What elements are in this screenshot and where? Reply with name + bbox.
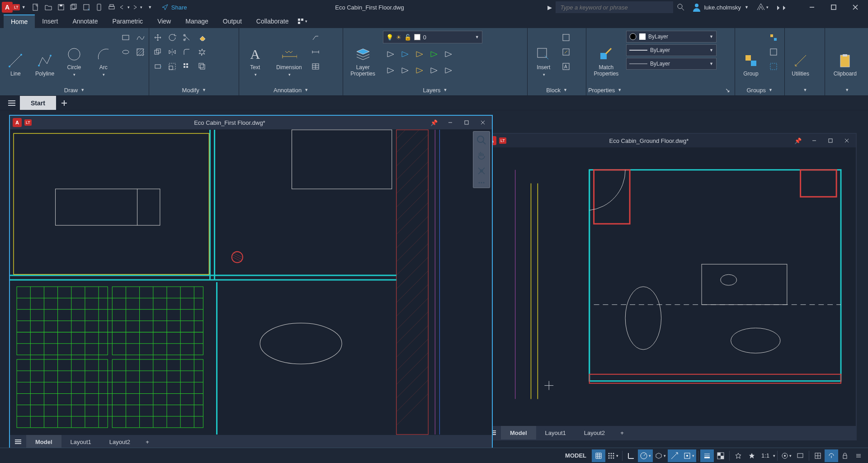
stretch-icon[interactable] <box>151 60 165 73</box>
customize-icon[interactable] <box>852 449 865 462</box>
fillet-icon[interactable] <box>180 45 193 59</box>
workspace-icon[interactable]: ▾ <box>779 449 793 462</box>
layer-prev-icon[interactable] <box>412 62 425 76</box>
spline-icon[interactable] <box>133 31 147 44</box>
new-icon[interactable] <box>29 1 42 14</box>
panel-modify-title[interactable]: Modify▼ <box>151 85 237 95</box>
match-properties-button[interactable]: Match Properties <box>588 31 624 80</box>
trim-icon[interactable] <box>180 31 193 44</box>
model-space-button[interactable]: MODEL <box>560 449 592 462</box>
nav-grip-icon[interactable] <box>475 180 488 186</box>
magnify-icon[interactable] <box>677 3 685 11</box>
panel-utilities-title[interactable]: ▼ <box>787 85 823 95</box>
tab-insert[interactable]: Insert <box>35 14 65 28</box>
osnap-icon[interactable] <box>668 449 681 462</box>
lwt-icon[interactable] <box>700 449 714 462</box>
layer-properties-button[interactable]: Layer Properties <box>345 31 381 80</box>
canvas-1[interactable] <box>10 129 492 435</box>
document-window-2[interactable]: A LT Eco Cabin_Ground Floor.dwg* 📌 <box>484 133 857 440</box>
tab-view[interactable]: View <box>150 14 178 28</box>
leader-icon[interactable] <box>309 31 322 44</box>
document-window-1[interactable]: A LT Eco Cabin_First Floor.dwg* 📌 <box>9 115 493 449</box>
edit-block-icon[interactable] <box>559 45 573 59</box>
docwin2-titlebar[interactable]: A LT Eco Cabin_Ground Floor.dwg* 📌 <box>485 134 856 147</box>
ungroup-icon[interactable] <box>767 31 780 44</box>
layer-lock2-icon[interactable] <box>412 46 425 60</box>
snap-icon[interactable]: ▾ <box>605 449 620 462</box>
play-icon[interactable]: ▶ <box>547 4 552 11</box>
color-selector[interactable]: ByLayer▼ <box>626 31 717 43</box>
copy-icon[interactable] <box>151 45 165 59</box>
lineweight-selector[interactable]: ByLayer▼ <box>626 44 717 56</box>
docwin1-min-icon[interactable] <box>444 116 457 129</box>
new-tab-button[interactable] <box>56 96 72 110</box>
transparency-icon[interactable] <box>714 449 727 462</box>
app-icon[interactable]: A <box>2 2 13 13</box>
docwin1-tab-layout2[interactable]: Layout2 <box>100 435 139 449</box>
units-icon[interactable] <box>811 449 825 462</box>
insert-block-button[interactable]: Insert▾ <box>529 31 557 80</box>
panel-clipboard-title[interactable]: ▼ <box>827 85 866 95</box>
isodraft-icon[interactable]: ▾ <box>653 449 668 462</box>
group-button[interactable]: Group <box>737 31 765 80</box>
docwin2-min-icon[interactable] <box>808 134 821 147</box>
docwin2-max-icon[interactable] <box>824 134 837 147</box>
panel-groups-title[interactable]: Groups▼ <box>737 85 783 95</box>
orbit-icon[interactable] <box>475 164 488 178</box>
open-icon[interactable] <box>42 1 55 14</box>
docwin2-tab-layout2[interactable]: Layout2 <box>575 426 614 439</box>
scale-icon[interactable] <box>165 60 179 73</box>
tab-apps-icon[interactable]: ▾ <box>296 14 308 28</box>
quickprops-icon[interactable] <box>825 449 838 462</box>
utilities-button[interactable]: Utilities <box>787 31 815 80</box>
layer-state-icon[interactable] <box>441 62 454 76</box>
rotate-icon[interactable] <box>165 31 179 44</box>
tab-parametric[interactable]: Parametric <box>105 14 150 28</box>
group-edit-icon[interactable] <box>767 45 780 59</box>
polar-icon[interactable]: ▾ <box>638 449 653 462</box>
docwin2-newtab-icon[interactable]: + <box>614 426 630 439</box>
docwin1-titlebar[interactable]: A LT Eco Cabin_First Floor.dwg* 📌 <box>10 116 492 129</box>
overflow-icon[interactable]: ⏵⏵ <box>772 4 791 11</box>
panel-layers-title[interactable]: Layers▼ <box>345 85 526 95</box>
tab-home[interactable]: Home <box>4 14 35 28</box>
mobile-icon[interactable] <box>93 1 105 14</box>
otrack-icon[interactable]: ▾ <box>681 449 696 462</box>
navigation-bar[interactable] <box>473 131 490 188</box>
explode-icon[interactable] <box>195 45 209 59</box>
dialog-launcher-icon[interactable]: ↘ <box>725 87 733 94</box>
pan-icon[interactable] <box>475 149 488 162</box>
layer-make-icon[interactable] <box>426 46 440 60</box>
undo-icon[interactable]: ▾ <box>118 1 131 14</box>
polyline-button[interactable]: Polyline <box>31 31 59 80</box>
user-menu[interactable]: luke.cholmsky ▼ <box>689 3 752 12</box>
start-tab[interactable]: Start <box>20 96 56 110</box>
clipboard-button[interactable]: Clipboard <box>827 31 863 80</box>
zoom-extents-icon[interactable] <box>475 133 488 147</box>
saveas-icon[interactable] <box>80 1 93 14</box>
canvas-2[interactable] <box>485 147 856 426</box>
layer-off-icon[interactable] <box>383 46 396 60</box>
docwin1-max-icon[interactable] <box>460 116 473 129</box>
docwin1-tabs-menu-icon[interactable] <box>10 435 26 449</box>
autodesk-icon[interactable]: ▾ <box>756 1 769 14</box>
panel-draw-title[interactable]: Draw▼ <box>2 85 147 95</box>
dimension-button[interactable]: Dimension▾ <box>271 31 307 80</box>
dim-linear-icon[interactable] <box>309 45 322 59</box>
layer-uniso-icon[interactable] <box>397 62 411 76</box>
layer-freeze-icon[interactable] <box>397 46 411 60</box>
docwin2-pin-icon[interactable]: 📌 <box>792 134 804 147</box>
saveall-icon[interactable] <box>67 1 80 14</box>
annomonitor-icon[interactable] <box>793 449 807 462</box>
docwin1-pin-icon[interactable]: 📌 <box>428 116 440 129</box>
docwin2-close-icon[interactable] <box>840 134 853 147</box>
scale-label[interactable]: 1:1 <box>759 449 772 462</box>
table-icon[interactable] <box>309 60 322 73</box>
circle-button[interactable]: Circle▾ <box>61 31 88 80</box>
close-button[interactable] <box>844 0 866 14</box>
layer-selector[interactable]: 💡 ☀ 🔓 0 ▼ <box>383 31 482 43</box>
panel-block-title[interactable]: Block▼ <box>529 85 584 95</box>
annoscale-icon[interactable] <box>731 449 745 462</box>
grid-icon[interactable] <box>592 449 605 462</box>
ellipse-icon[interactable] <box>119 45 132 59</box>
